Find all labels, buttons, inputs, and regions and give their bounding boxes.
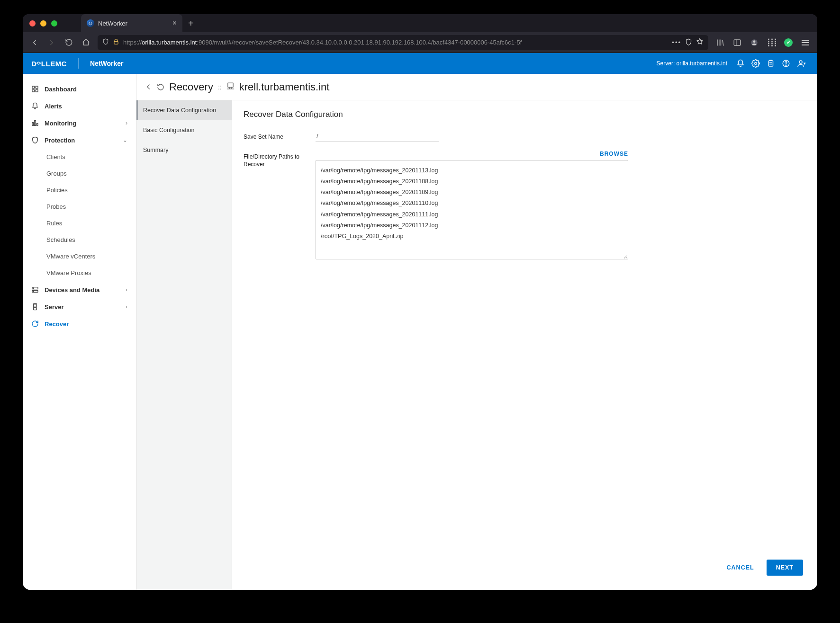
- toolbar-right-icons: ┋┋┋ ✓: [713, 36, 813, 50]
- tab-title: NetWorker: [98, 20, 127, 27]
- save-set-label: Save Set Name: [244, 131, 316, 141]
- forward-button[interactable]: [45, 36, 59, 50]
- svg-rect-11: [32, 89, 35, 92]
- sidebar-toggle-icon[interactable]: [730, 36, 744, 50]
- save-set-input[interactable]: [316, 131, 439, 142]
- svg-rect-0: [114, 41, 118, 44]
- url-text: https://orilla.turbamentis.int:9090/nwui…: [123, 39, 668, 46]
- breadcrumb-refresh-icon[interactable]: [157, 83, 164, 91]
- sidebar-item-recover[interactable]: Recover: [23, 315, 136, 332]
- sidebar-item-monitoring[interactable]: Monitoring›: [23, 115, 136, 132]
- library-icon[interactable]: [713, 36, 727, 50]
- cancel-button[interactable]: CANCEL: [721, 560, 760, 576]
- browser-tab[interactable]: ◎ NetWorker ×: [81, 14, 182, 32]
- home-button[interactable]: [79, 36, 93, 50]
- paths-textarea[interactable]: [316, 160, 628, 259]
- breadcrumb: Recovery :: krell.turbamentis.int: [136, 74, 817, 100]
- sidebar-item-label: Protection: [45, 137, 117, 144]
- extension-icon[interactable]: ┋┋┋: [764, 36, 778, 50]
- sidebar-item-vmware-vcenters[interactable]: VMware vCenters: [23, 248, 136, 265]
- save-set-row: Save Set Name: [244, 131, 806, 142]
- sidebar-item-label: Dashboard: [45, 86, 127, 93]
- svg-rect-21: [228, 83, 233, 87]
- sidebar-item-vmware-proxies[interactable]: VMware Proxies: [23, 265, 136, 281]
- brand-logo: D⌔LLEMC: [31, 60, 67, 68]
- breadcrumb-separator: ::: [218, 83, 222, 91]
- svg-rect-20: [34, 303, 37, 310]
- form-title: Recover Data Configuration: [244, 110, 806, 119]
- app-menu-button[interactable]: [798, 36, 813, 50]
- sidebar-item-rules[interactable]: Rules: [23, 215, 136, 231]
- close-window-button[interactable]: [29, 20, 36, 27]
- status-ok-icon[interactable]: ✓: [781, 36, 795, 50]
- settings-gear-icon[interactable]: ▾: [748, 56, 763, 71]
- wizard-step-summary[interactable]: Summary: [136, 140, 232, 160]
- url-input[interactable]: https://orilla.turbamentis.int:9090/nwui…: [98, 35, 708, 50]
- breadcrumb-section: Recovery: [169, 81, 213, 93]
- svg-point-18: [33, 288, 34, 288]
- sidebar-item-groups[interactable]: Groups: [23, 165, 136, 182]
- browse-button[interactable]: BROWSE: [600, 151, 628, 157]
- server-icon: [31, 303, 39, 311]
- brand: D⌔LLEMC NetWorker: [31, 58, 124, 69]
- help-icon[interactable]: [778, 56, 794, 71]
- svg-point-3: [753, 40, 756, 43]
- account-icon[interactable]: [747, 36, 761, 50]
- wizard-step-recover-data-config[interactable]: Recover Data Configuration: [136, 100, 232, 120]
- app-body: DashboardAlertsMonitoring›Protection⌄Cli…: [23, 74, 817, 590]
- server-label: Server: orilla.turbamentis.int: [657, 60, 727, 67]
- svg-rect-5: [769, 61, 773, 66]
- breadcrumb-back-icon[interactable]: [145, 83, 152, 90]
- minimize-window-button[interactable]: [40, 20, 46, 27]
- refresh-icon: [31, 320, 39, 328]
- clipboard-icon[interactable]: [763, 56, 778, 71]
- sidebar-item-label: Policies: [46, 187, 127, 194]
- new-tab-button[interactable]: +: [182, 18, 199, 29]
- app-header: D⌔LLEMC NetWorker Server: orilla.turbame…: [23, 53, 817, 74]
- sidebar-item-schedules[interactable]: Schedules: [23, 231, 136, 248]
- sidebar-item-label: Alerts: [45, 103, 127, 110]
- next-button[interactable]: NEXT: [767, 560, 803, 576]
- sidebar-item-dashboard[interactable]: Dashboard: [23, 80, 136, 98]
- brand-product: NetWorker: [90, 60, 124, 67]
- devices-icon: [31, 286, 39, 294]
- sidebar-item-label: Devices and Media: [45, 286, 120, 294]
- svg-point-7: [786, 65, 786, 66]
- app-root: D⌔LLEMC NetWorker Server: orilla.turbame…: [23, 53, 817, 590]
- svg-point-4: [754, 62, 757, 65]
- sidebar-item-label: Probes: [46, 203, 127, 210]
- page-actions-icon[interactable]: •••: [672, 39, 681, 46]
- sidebar-item-alerts[interactable]: Alerts: [23, 98, 136, 115]
- wizard-steps-nav: Recover Data ConfigurationBasic Configur…: [136, 100, 232, 590]
- browser-tab-bar: ◎ NetWorker × +: [23, 14, 817, 32]
- notifications-icon[interactable]: [733, 56, 748, 71]
- back-button[interactable]: [27, 36, 42, 50]
- sidebar-item-label: Recover: [45, 320, 127, 328]
- sidebar-item-label: Server: [45, 303, 120, 311]
- traffic-lights: [29, 20, 57, 27]
- user-menu-icon[interactable]: ▾: [794, 56, 809, 71]
- sidebar-item-probes[interactable]: Probes: [23, 198, 136, 215]
- form-footer: CANCEL NEXT: [244, 552, 806, 580]
- brand-divider: [78, 58, 79, 69]
- sidebar-item-protection[interactable]: Protection⌄: [23, 132, 136, 149]
- paths-label: File/Directory Paths to Recover: [244, 151, 316, 168]
- svg-rect-13: [32, 123, 34, 126]
- svg-point-8: [799, 61, 802, 63]
- sidebar-item-clients[interactable]: Clients: [23, 149, 136, 165]
- wizard-step-basic-config[interactable]: Basic Configuration: [136, 120, 232, 140]
- tab-close-icon[interactable]: ×: [172, 19, 177, 27]
- browser-window: ◎ NetWorker × + https://orilla.turb: [23, 14, 817, 590]
- bookmark-star-icon[interactable]: [696, 38, 704, 47]
- sidebar-item-server[interactable]: Server›: [23, 298, 136, 315]
- svg-rect-14: [35, 121, 36, 126]
- sidebar-item-policies[interactable]: Policies: [23, 182, 136, 198]
- paths-row: File/Directory Paths to Recover BROWSE: [244, 151, 806, 261]
- reload-button[interactable]: [62, 36, 76, 50]
- reader-mode-icon[interactable]: [685, 38, 692, 47]
- sidebar-item-devices[interactable]: Devices and Media›: [23, 281, 136, 298]
- bell-icon: [31, 102, 39, 110]
- svg-rect-1: [734, 40, 741, 45]
- maximize-window-button[interactable]: [51, 20, 57, 27]
- main-panel: Recovery :: krell.turbamentis.int Recove…: [136, 74, 817, 590]
